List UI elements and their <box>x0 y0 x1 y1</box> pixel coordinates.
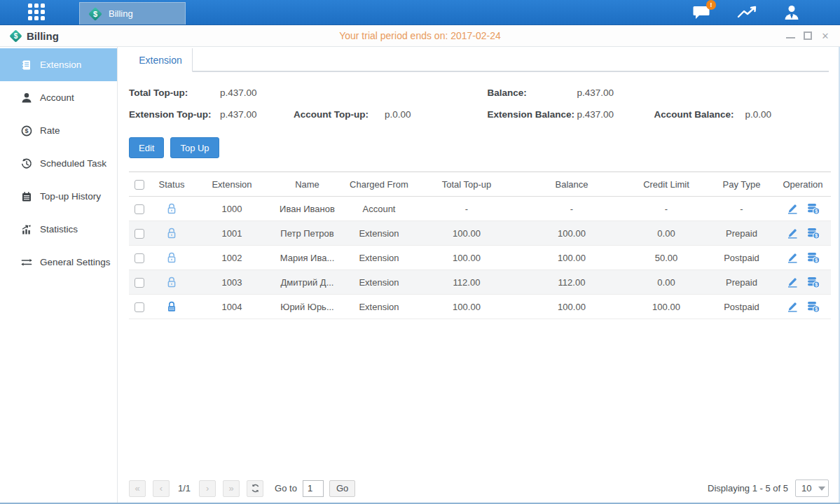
sidebar: Extension Account $ Rate Scheduled Task … <box>0 47 118 503</box>
sidebar-item-general-settings[interactable]: General Settings <box>0 246 117 279</box>
edit-row-icon[interactable] <box>786 276 799 288</box>
topup-row-icon[interactable]: $ <box>807 252 820 264</box>
row-checkbox[interactable] <box>135 253 144 263</box>
sidebar-item-account[interactable]: Account <box>0 81 117 114</box>
page-size-value: 10 <box>801 483 811 493</box>
svg-text:$: $ <box>815 209 818 214</box>
svg-text:$: $ <box>25 127 28 134</box>
cell-balance: 100.00 <box>519 221 624 246</box>
reports-chart-icon[interactable] <box>737 4 757 21</box>
next-page-button[interactable]: › <box>199 480 216 497</box>
col-balance: Balance <box>519 172 624 197</box>
edit-row-icon[interactable] <box>786 252 799 263</box>
edit-row-icon[interactable] <box>786 301 799 312</box>
sidebar-item-statistics[interactable]: Statistics <box>0 213 117 246</box>
sliders-icon <box>21 257 32 268</box>
sidebar-item-label: Extension <box>40 59 81 70</box>
col-pay-type: Pay Type <box>708 172 775 197</box>
sidebar-item-extension[interactable]: Extension <box>0 48 117 81</box>
cell-credit-limit: 50.00 <box>624 246 708 270</box>
row-checkbox[interactable] <box>135 278 144 288</box>
window-title: Billing <box>27 30 59 42</box>
topup-row-icon[interactable]: $ <box>807 301 820 313</box>
notification-badge: ! <box>706 0 716 10</box>
cell-credit-limit: - <box>624 197 708 221</box>
table-row: 1000Иван ИвановAccount----$ <box>129 197 831 221</box>
account-topup-label: Account Top-up: <box>294 109 385 120</box>
sidebar-item-rate[interactable]: $ Rate <box>0 114 117 147</box>
billing-app-tab-label: Billing <box>109 8 133 19</box>
tab-extension-label: Extension <box>139 55 181 66</box>
app-grid-icon[interactable] <box>28 4 46 22</box>
sidebar-item-scheduled-task[interactable]: Scheduled Task <box>0 147 117 180</box>
main-content: Extension Total Top-up: p.437.00 Extensi… <box>118 47 840 503</box>
go-button[interactable]: Go <box>329 480 355 497</box>
select-all-checkbox[interactable] <box>135 180 144 190</box>
cell-pay-type: Prepaid <box>708 221 775 246</box>
maximize-button[interactable] <box>804 31 812 40</box>
page-size-select[interactable]: 10 <box>795 479 829 497</box>
displaying-text: Displaying 1 - 5 of 5 <box>708 483 788 493</box>
col-name: Name <box>270 172 344 197</box>
goto-label: Go to <box>275 483 297 493</box>
cell-charged-from: Account <box>344 197 414 221</box>
balance-summary: Total Top-up: p.437.00 Extension Top-up:… <box>129 82 829 125</box>
goto-page-input[interactable] <box>303 480 324 497</box>
cell-name: Петр Петров <box>270 221 344 246</box>
billing-diamond-icon: $ <box>88 7 102 21</box>
user-account-icon[interactable] <box>782 4 801 21</box>
refresh-icon[interactable] <box>247 480 263 497</box>
topup-row-icon[interactable]: $ <box>807 203 820 215</box>
window-titlebar: Your trial period ends on: 2017-02-24 $ … <box>0 25 840 47</box>
total-topup-label: Total Top-up: <box>129 88 220 98</box>
account-topup-value: p.0.00 <box>385 109 411 120</box>
sidebar-item-label: Account <box>40 92 74 103</box>
cell-extension: 1002 <box>193 246 270 270</box>
unlocked-icon <box>166 276 177 288</box>
row-checkbox[interactable] <box>135 229 144 239</box>
last-page-button[interactable]: » <box>223 480 240 497</box>
row-checkbox[interactable] <box>135 204 144 214</box>
balance-value: p.437.00 <box>577 88 654 98</box>
calendar-icon <box>21 191 32 202</box>
cell-pay-type: Postpaid <box>708 246 775 270</box>
sidebar-item-topup-history[interactable]: Top-up History <box>0 180 117 213</box>
sidebar-item-label: Statistics <box>40 224 78 234</box>
trial-message: Your trial period ends on: 2017-02-24 <box>0 30 840 41</box>
billing-app-tab[interactable]: $ Billing <box>79 2 186 24</box>
sidebar-item-label: Top-up History <box>40 191 101 202</box>
messages-icon[interactable]: ! <box>692 4 712 21</box>
edit-button[interactable]: Edit <box>129 137 164 158</box>
minimize-button[interactable] <box>786 33 795 38</box>
tab-extension[interactable]: Extension <box>129 48 193 72</box>
topup-row-icon[interactable]: $ <box>807 227 820 239</box>
col-credit-limit: Credit Limit <box>624 172 708 197</box>
page-indicator: 1/1 <box>178 483 191 493</box>
col-status: Status <box>150 172 193 197</box>
row-checkbox[interactable] <box>135 302 144 312</box>
extension-table: Status Extension Name Charged From Total… <box>129 172 831 319</box>
cell-name: Мария Ива... <box>270 246 344 270</box>
prev-page-button[interactable]: ‹ <box>153 480 170 497</box>
account-balance-value: p.0.00 <box>745 109 772 120</box>
topup-row-icon[interactable]: $ <box>807 276 820 288</box>
unlocked-icon <box>166 227 177 239</box>
cell-credit-limit: 0.00 <box>624 270 708 295</box>
extension-topup-value: p.437.00 <box>220 109 294 120</box>
edit-row-icon[interactable] <box>786 203 799 214</box>
billing-window: $ Billing ! Your trial period ends on: 2… <box>0 0 840 504</box>
chart-growth-icon <box>21 224 32 235</box>
col-charged-from: Charged From <box>344 172 414 197</box>
top-up-button[interactable]: Top Up <box>170 137 219 158</box>
cell-total-topup: 100.00 <box>414 221 519 246</box>
history-clock-icon <box>21 158 32 169</box>
close-button[interactable]: ✕ <box>820 31 830 41</box>
cell-credit-limit: 100.00 <box>624 295 708 319</box>
topbar-right: ! <box>692 4 801 21</box>
first-page-button[interactable]: « <box>129 480 146 497</box>
billing-diamond-icon: $ <box>10 30 22 42</box>
account-balance-label: Account Balance: <box>654 109 745 120</box>
edit-row-icon[interactable] <box>786 227 799 239</box>
balance-label: Balance: <box>488 88 577 98</box>
cell-credit-limit: 0.00 <box>624 221 708 246</box>
